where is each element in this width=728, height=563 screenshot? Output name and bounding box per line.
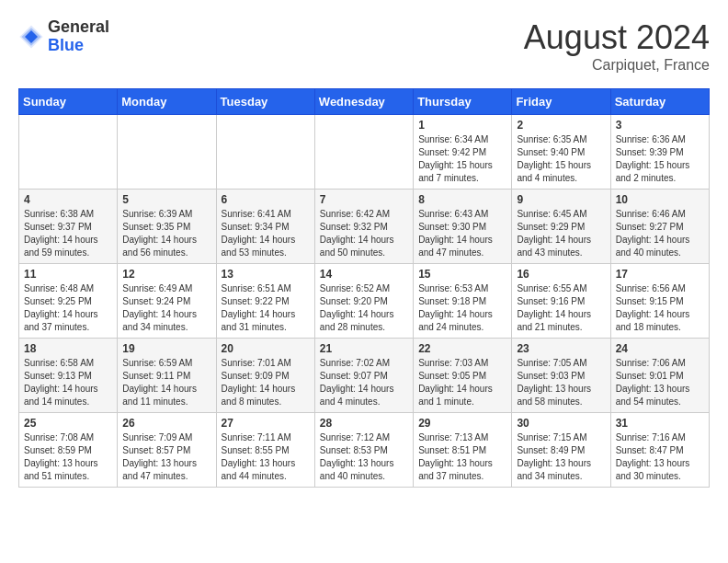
calendar-cell: 26Sunrise: 7:09 AM Sunset: 8:57 PM Dayli…	[118, 413, 216, 488]
day-number: 3	[616, 119, 704, 132]
weekday-header-row: SundayMondayTuesdayWednesdayThursdayFrid…	[19, 89, 710, 115]
day-number: 15	[418, 268, 506, 281]
day-info: Sunrise: 6:51 AM Sunset: 9:22 PM Dayligh…	[222, 282, 310, 334]
day-number: 4	[24, 193, 112, 206]
day-number: 29	[418, 417, 506, 430]
day-number: 20	[222, 342, 310, 355]
day-info: Sunrise: 7:05 AM Sunset: 9:03 PM Dayligh…	[517, 357, 605, 408]
calendar-cell	[19, 115, 118, 190]
day-number: 23	[517, 342, 605, 355]
calendar-cell: 1Sunrise: 6:34 AM Sunset: 9:42 PM Daylig…	[414, 115, 512, 190]
calendar-cell	[314, 115, 413, 190]
calendar-cell: 28Sunrise: 7:12 AM Sunset: 8:53 PM Dayli…	[314, 413, 413, 488]
calendar-cell: 8Sunrise: 6:43 AM Sunset: 9:30 PM Daylig…	[414, 190, 512, 264]
calendar-cell: 22Sunrise: 7:03 AM Sunset: 9:05 PM Dayli…	[414, 339, 512, 413]
calendar-cell: 18Sunrise: 6:58 AM Sunset: 9:13 PM Dayli…	[19, 339, 118, 413]
calendar-week-4: 18Sunrise: 6:58 AM Sunset: 9:13 PM Dayli…	[19, 339, 710, 413]
day-number: 17	[616, 268, 704, 281]
day-info: Sunrise: 6:46 AM Sunset: 9:27 PM Dayligh…	[616, 208, 704, 259]
calendar-week-3: 11Sunrise: 6:48 AM Sunset: 9:25 PM Dayli…	[19, 264, 710, 339]
day-number: 27	[222, 417, 310, 430]
day-number: 24	[616, 342, 704, 355]
day-number: 6	[222, 193, 310, 206]
calendar-cell: 9Sunrise: 6:45 AM Sunset: 9:29 PM Daylig…	[512, 190, 610, 264]
day-info: Sunrise: 7:08 AM Sunset: 8:59 PM Dayligh…	[24, 431, 112, 483]
calendar-cell: 19Sunrise: 6:59 AM Sunset: 9:11 PM Dayli…	[118, 339, 216, 413]
day-number: 12	[122, 268, 210, 281]
day-info: Sunrise: 6:53 AM Sunset: 9:18 PM Dayligh…	[418, 282, 506, 334]
day-info: Sunrise: 6:49 AM Sunset: 9:24 PM Dayligh…	[122, 282, 210, 334]
calendar-cell: 21Sunrise: 7:02 AM Sunset: 9:07 PM Dayli…	[314, 339, 413, 413]
day-number: 13	[222, 268, 310, 281]
calendar-cell: 16Sunrise: 6:55 AM Sunset: 9:16 PM Dayli…	[512, 264, 610, 339]
calendar-cell: 11Sunrise: 6:48 AM Sunset: 9:25 PM Dayli…	[19, 264, 118, 339]
logo-general: General	[48, 18, 109, 37]
calendar-week-2: 4Sunrise: 6:38 AM Sunset: 9:37 PM Daylig…	[19, 190, 710, 264]
logo-icon	[18, 24, 44, 50]
day-info: Sunrise: 6:39 AM Sunset: 9:35 PM Dayligh…	[122, 208, 210, 259]
calendar-cell: 14Sunrise: 6:52 AM Sunset: 9:20 PM Dayli…	[314, 264, 413, 339]
weekday-wednesday: Wednesday	[314, 89, 413, 115]
day-number: 1	[418, 119, 506, 132]
logo-blue: Blue	[48, 37, 109, 55]
day-number: 28	[320, 417, 408, 430]
day-number: 5	[122, 193, 210, 206]
day-number: 19	[122, 342, 210, 355]
day-info: Sunrise: 6:52 AM Sunset: 9:20 PM Dayligh…	[320, 282, 408, 334]
calendar-week-5: 25Sunrise: 7:08 AM Sunset: 8:59 PM Dayli…	[19, 413, 710, 488]
weekday-saturday: Saturday	[610, 89, 709, 115]
day-number: 11	[24, 268, 112, 281]
calendar-cell: 12Sunrise: 6:49 AM Sunset: 9:24 PM Dayli…	[118, 264, 216, 339]
calendar-cell: 7Sunrise: 6:42 AM Sunset: 9:32 PM Daylig…	[314, 190, 413, 264]
day-info: Sunrise: 7:13 AM Sunset: 8:51 PM Dayligh…	[418, 431, 506, 483]
day-number: 10	[616, 193, 704, 206]
day-info: Sunrise: 7:03 AM Sunset: 9:05 PM Dayligh…	[418, 357, 506, 408]
calendar-cell: 30Sunrise: 7:15 AM Sunset: 8:49 PM Dayli…	[512, 413, 610, 488]
calendar-cell: 6Sunrise: 6:41 AM Sunset: 9:34 PM Daylig…	[216, 190, 314, 264]
day-info: Sunrise: 6:38 AM Sunset: 9:37 PM Dayligh…	[24, 208, 112, 259]
day-number: 30	[517, 417, 605, 430]
calendar-cell: 25Sunrise: 7:08 AM Sunset: 8:59 PM Dayli…	[19, 413, 118, 488]
calendar-cell: 23Sunrise: 7:05 AM Sunset: 9:03 PM Dayli…	[512, 339, 610, 413]
day-info: Sunrise: 6:42 AM Sunset: 9:32 PM Dayligh…	[320, 208, 408, 259]
day-info: Sunrise: 6:55 AM Sunset: 9:16 PM Dayligh…	[517, 282, 605, 334]
day-number: 14	[320, 268, 408, 281]
day-number: 26	[122, 417, 210, 430]
calendar-table: SundayMondayTuesdayWednesdayThursdayFrid…	[18, 88, 710, 488]
calendar-week-1: 1Sunrise: 6:34 AM Sunset: 9:42 PM Daylig…	[19, 115, 710, 190]
day-number: 25	[24, 417, 112, 430]
month-year: August 2024	[524, 18, 710, 57]
day-number: 8	[418, 193, 506, 206]
calendar-cell: 17Sunrise: 6:56 AM Sunset: 9:15 PM Dayli…	[610, 264, 709, 339]
calendar-cell: 3Sunrise: 6:36 AM Sunset: 9:39 PM Daylig…	[610, 115, 709, 190]
weekday-friday: Friday	[512, 89, 610, 115]
day-info: Sunrise: 7:12 AM Sunset: 8:53 PM Dayligh…	[320, 431, 408, 483]
day-info: Sunrise: 7:16 AM Sunset: 8:47 PM Dayligh…	[616, 431, 704, 483]
weekday-tuesday: Tuesday	[216, 89, 314, 115]
calendar-cell: 4Sunrise: 6:38 AM Sunset: 9:37 PM Daylig…	[19, 190, 118, 264]
logo: General Blue	[18, 18, 109, 55]
calendar-cell	[216, 115, 314, 190]
day-info: Sunrise: 6:41 AM Sunset: 9:34 PM Dayligh…	[222, 208, 310, 259]
calendar-cell: 15Sunrise: 6:53 AM Sunset: 9:18 PM Dayli…	[414, 264, 512, 339]
day-info: Sunrise: 6:48 AM Sunset: 9:25 PM Dayligh…	[24, 282, 112, 334]
day-info: Sunrise: 7:15 AM Sunset: 8:49 PM Dayligh…	[517, 431, 605, 483]
day-info: Sunrise: 6:35 AM Sunset: 9:40 PM Dayligh…	[517, 133, 605, 185]
day-number: 21	[320, 342, 408, 355]
calendar-cell: 2Sunrise: 6:35 AM Sunset: 9:40 PM Daylig…	[512, 115, 610, 190]
day-info: Sunrise: 6:56 AM Sunset: 9:15 PM Dayligh…	[616, 282, 704, 334]
day-info: Sunrise: 6:58 AM Sunset: 9:13 PM Dayligh…	[24, 357, 112, 408]
day-info: Sunrise: 7:01 AM Sunset: 9:09 PM Dayligh…	[222, 357, 310, 408]
day-number: 7	[320, 193, 408, 206]
day-info: Sunrise: 6:34 AM Sunset: 9:42 PM Dayligh…	[418, 133, 506, 185]
day-info: Sunrise: 6:43 AM Sunset: 9:30 PM Dayligh…	[418, 208, 506, 259]
weekday-thursday: Thursday	[414, 89, 512, 115]
day-info: Sunrise: 6:45 AM Sunset: 9:29 PM Dayligh…	[517, 208, 605, 259]
logo-text: General Blue	[48, 18, 109, 55]
calendar-cell: 5Sunrise: 6:39 AM Sunset: 9:35 PM Daylig…	[118, 190, 216, 264]
weekday-sunday: Sunday	[19, 89, 118, 115]
day-info: Sunrise: 7:09 AM Sunset: 8:57 PM Dayligh…	[122, 431, 210, 483]
day-info: Sunrise: 6:36 AM Sunset: 9:39 PM Dayligh…	[616, 133, 704, 185]
day-number: 16	[517, 268, 605, 281]
title-block: August 2024 Carpiquet, France	[524, 18, 710, 74]
